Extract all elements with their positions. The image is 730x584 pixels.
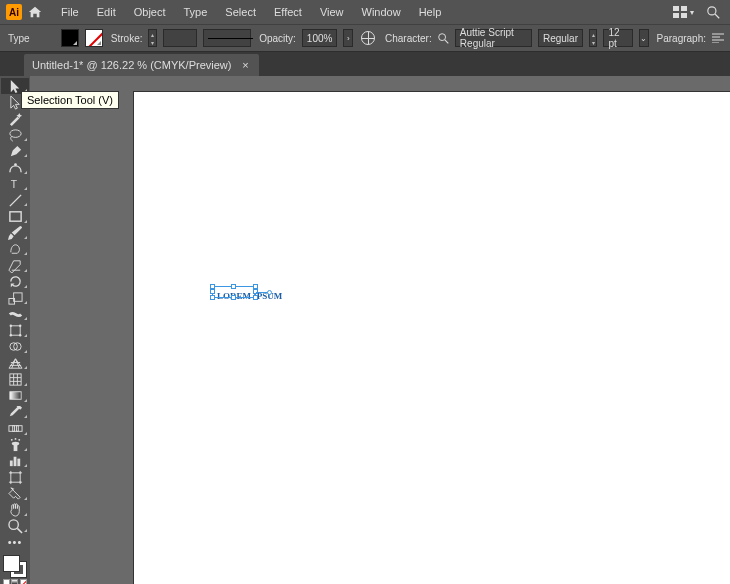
svg-text:T: T [10,180,17,191]
menu-object[interactable]: Object [127,3,173,21]
globe-icon[interactable] [359,29,377,47]
document-tab[interactable]: Untitled-1* @ 126.22 % (CMYK/Preview) × [24,54,259,76]
font-family-field[interactable]: Auttie Script Regular [455,29,532,47]
font-style-field[interactable]: Regular [538,29,583,47]
rectangle-tool[interactable] [1,208,29,224]
svg-rect-28 [8,426,14,432]
home-icon[interactable] [26,3,44,21]
svg-rect-2 [673,13,679,18]
menu-window[interactable]: Window [355,3,408,21]
line-tool[interactable] [1,192,29,208]
close-icon[interactable]: × [239,59,251,71]
eraser-tool[interactable] [1,257,29,273]
opacity-field[interactable]: 100% [302,29,338,47]
mesh-tool[interactable] [1,371,29,387]
artboard-tool[interactable] [1,469,29,485]
menu-view[interactable]: View [313,3,351,21]
document-tab-bar: Untitled-1* @ 126.22 % (CMYK/Preview) × [0,52,730,76]
svg-line-7 [445,39,448,42]
svg-rect-37 [13,457,16,466]
svg-point-35 [18,439,20,441]
svg-point-4 [707,6,715,14]
none-mode[interactable] [20,579,27,584]
shaper-tool[interactable] [1,241,29,257]
font-size-stepper[interactable]: ▴▾ [589,29,597,47]
shape-builder-tool[interactable] [1,339,29,355]
canvas-area[interactable]: LOREM IPSUM [30,76,730,584]
workspace-switcher[interactable]: ▾ [669,6,698,18]
column-graph-tool[interactable] [1,453,29,469]
svg-point-33 [10,439,12,441]
menu-edit[interactable]: Edit [90,3,123,21]
svg-rect-1 [681,6,687,11]
document-tab-title: Untitled-1* @ 126.22 % (CMYK/Preview) [32,59,231,71]
eyedropper-tool[interactable] [1,404,29,420]
svg-rect-19 [10,326,19,335]
svg-rect-30 [16,426,22,432]
slice-tool[interactable] [1,485,29,501]
tooltip: Selection Tool (V) [21,91,119,109]
color-mode[interactable] [3,579,10,584]
perspective-grid-tool[interactable] [1,355,29,371]
svg-rect-29 [12,426,18,432]
options-bar: Type Stroke: ▴▾ Opacity: 100% › Characte… [0,24,730,52]
blend-tool[interactable] [1,420,29,436]
svg-point-23 [18,334,20,336]
menu-type[interactable]: Type [177,3,215,21]
paragraph-label: Paragraph: [657,33,706,44]
fill-swatch[interactable] [61,29,79,47]
type-label: Type [8,33,30,44]
svg-point-20 [9,325,11,327]
font-size-arrow[interactable]: ⌄ [639,29,649,47]
fill-stroke-control[interactable] [2,554,28,579]
curvature-tool[interactable] [1,159,29,175]
paintbrush-tool[interactable] [1,225,29,241]
scale-tool[interactable] [1,290,29,306]
menu-file[interactable]: File [54,3,86,21]
free-transform-tool[interactable] [1,322,29,338]
selection-bounds [212,286,256,298]
app-logo: Ai [6,4,22,20]
svg-point-32 [11,442,19,446]
stroke-weight-field[interactable] [163,29,197,47]
stroke-label: Stroke: [111,33,143,44]
gradient-mode[interactable] [11,579,18,584]
svg-point-6 [438,33,445,40]
gradient-tool[interactable] [1,388,29,404]
zoom-tool[interactable] [1,518,29,534]
brush-style[interactable] [203,29,251,47]
type-tool[interactable]: T [1,176,29,192]
magic-wand-tool[interactable] [1,111,29,127]
menu-effect[interactable]: Effect [267,3,309,21]
font-size-field[interactable]: 12 pt [603,29,632,47]
stroke-weight-stepper[interactable]: ▴▾ [148,29,156,47]
fill-box[interactable] [3,555,20,572]
svg-line-15 [9,195,20,206]
svg-rect-16 [9,212,20,221]
font-search-icon[interactable] [438,29,449,47]
menu-help[interactable]: Help [412,3,449,21]
svg-rect-39 [10,473,19,482]
svg-rect-31 [13,445,17,452]
menu-select[interactable]: Select [218,3,263,21]
pen-tool[interactable] [1,143,29,159]
symbol-sprayer-tool[interactable] [1,437,29,453]
svg-rect-38 [17,459,20,467]
text-out-port[interactable] [267,290,272,295]
svg-point-40 [8,520,17,529]
hand-tool[interactable] [1,502,29,518]
rotate-tool[interactable] [1,274,29,290]
menu-bar: Ai File Edit Object Type Select Effect V… [0,0,730,24]
character-label: Character: [385,33,432,44]
stroke-swatch[interactable] [85,29,103,47]
opacity-arrow[interactable]: › [343,29,353,47]
lasso-tool[interactable] [1,127,29,143]
width-tool[interactable] [1,306,29,322]
svg-line-41 [17,528,22,533]
tool-panel: T ••• [0,76,30,584]
toolbar-more-icon[interactable]: ••• [1,534,29,550]
search-icon[interactable] [702,3,724,21]
svg-point-34 [14,438,16,440]
artboard[interactable]: LOREM IPSUM [134,92,730,584]
align-left-icon[interactable] [712,29,724,47]
